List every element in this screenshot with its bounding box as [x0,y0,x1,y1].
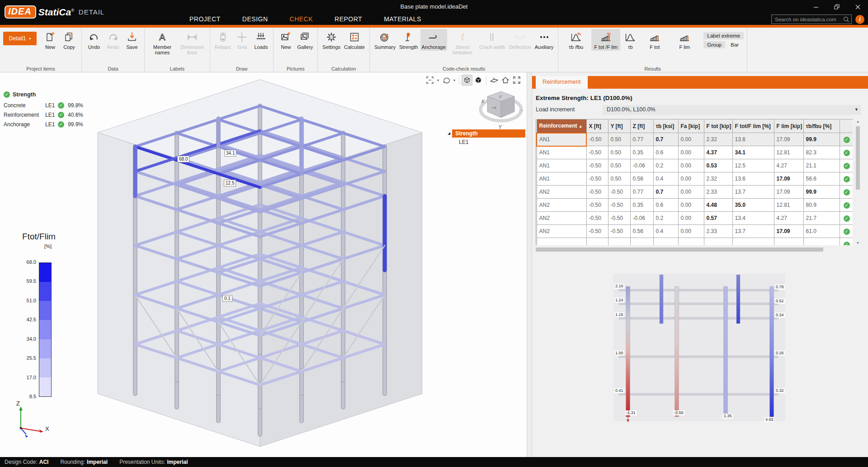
table-cell: AN1 [537,133,586,146]
tab-reinforcement[interactable]: Reinforcement [536,76,588,89]
ribbon-button-settings[interactable]: </>Settings [321,29,342,51]
table-row[interactable]: AN2-0.50-0.50-0.060.20.000.5713.44.2721.… [537,212,853,225]
module-name: DETAIL [79,8,104,16]
tree-item-le1[interactable]: LE1 [456,138,525,147]
minimize-button[interactable] [806,0,826,14]
table-row[interactable]: AN2-0.50-0.500.770.70.002.3313.717.0999.… [537,186,853,199]
calculate-icon [349,30,360,44]
ribbon-button-strength[interactable]: Strength [398,29,420,51]
panel-splitter[interactable] [527,72,532,457]
tree-expander-icon[interactable]: ◢ [448,131,450,135]
ribbon-button-b[interactable]: τb [621,29,639,51]
column-header-reinforcement[interactable]: Reinforcement ▲ [537,119,586,133]
ribbon-button-anchorage[interactable]: Anchorage [420,29,447,51]
load-increment-dropdown[interactable]: D100.0%, L100.0% ▼ [603,105,861,115]
ribbon-button-f-lim[interactable]: F lim [670,29,699,51]
legend-tick-label: 25.5 [19,355,36,361]
column-header-b-fbu[interactable]: τb/fbu [%] [803,119,840,133]
column-header-x-ft[interactable]: X [ft] [586,119,608,133]
column-header-f-tot-f-lim[interactable]: F tot/F lim [%] [732,119,774,133]
ribbon-button-undo[interactable]: Undo [85,29,103,51]
ribbon-group-code-check-results: SummaryStrengthAnchorageStress limitatio… [370,28,558,72]
chevron-down-icon[interactable]: ▾ [436,78,440,82]
table-row[interactable]: AN1-0.500.500.770.70.002.3213.617.0999.9… [537,133,853,146]
legend-tick-label: 34.0 [19,336,36,342]
ribbon-button-save[interactable]: Save [123,29,141,51]
summary-row-reinforcement: ReinforcementLE1✓40.6% [4,110,83,119]
table-cell: 2.33 [704,186,732,199]
table-cell: 12.5 [732,159,774,172]
wireframe-view-icon[interactable] [462,75,472,86]
menu-tab-design[interactable]: DESIGN [235,14,276,25]
status-presentation-units: Presentation Units:Imperial [119,459,188,465]
svg-text:X: X [481,99,485,104]
dimension-lines-icon [186,30,198,44]
ribbon-button-new[interactable]: New [41,29,59,51]
figure-value-label: 0.78 [775,285,785,290]
column-header-fa-kip[interactable]: Fa [kip] [678,119,704,133]
table-horizontal-scrollbar[interactable] [536,247,855,252]
column-header-y-ft[interactable]: Y [ft] [608,119,630,133]
viewport-3d[interactable]: ✓StrengthConcreteLE1✓99.8%ReinforcementL… [0,72,527,457]
ribbon-button-f-tot-f-lim[interactable]: %F tot /F lim [591,29,620,51]
table-row[interactable]: ✓ [537,238,853,246]
table-vertical-scrollbar[interactable]: ▲▼ [855,119,860,245]
project-item-selector[interactable]: Detail1▾ [3,32,37,45]
info-icon[interactable]: i [855,15,864,24]
table-cell: 56.6 [803,172,840,186]
table-row[interactable]: AN1-0.500.50-0.060.20.000.5312.54.2721.1… [537,159,853,172]
column-header-status[interactable] [840,119,853,133]
column-header-f-tot-kip[interactable]: F tot [kip] [704,119,732,133]
menu-tab-report[interactable]: REPORT [327,14,370,25]
section-tool-icon[interactable] [425,75,435,86]
ribbon-button-f-tot[interactable]: F tot [640,29,669,51]
rotate-tool-icon[interactable] [441,75,452,86]
table-cell [803,238,840,246]
menu-tab-project[interactable]: PROJECT [182,14,228,25]
column-header-b-ksi[interactable]: τb [ksi] [653,119,678,133]
search-input[interactable] [771,14,852,24]
menu-tab-materials[interactable]: MATERIALS [376,14,429,25]
row-status-ok-icon: ✓ [840,212,853,225]
table-row[interactable]: AN2-0.50-0.500.560.40.002.3313.717.0961.… [537,225,853,238]
ribbon-button-label: Gallery [297,44,313,50]
tree-item-strength[interactable]: Strength [452,129,525,138]
navigation-cube[interactable]: -Z+YXY [477,84,525,132]
ribbon-button-label: F lim [679,44,690,50]
results-table-container: Reinforcement ▲X [ft]Y [ft]Z [ft]τb [ksi… [536,119,853,245]
ribbon-button-loads[interactable]: Loads [252,29,270,51]
menu-tab-check[interactable]: CHECK [282,14,321,25]
table-cell: 0.50 [608,146,630,159]
ribbon-button-b-fbu[interactable]: %τb /fbu [561,29,590,51]
row-status-ok-icon: ✓ [840,159,853,172]
ribbon-button-copy[interactable]: Copy [60,29,78,51]
table-row[interactable]: AN1-0.500.500.560.40.002.3213.617.0956.6… [537,172,853,186]
summary-row-concrete: ConcreteLE1✓99.8% [4,100,83,110]
figure-value-label: 1.35 [723,414,733,419]
elevation-figure-graphic [612,273,786,424]
toggle-group[interactable]: Group [703,41,725,48]
ribbon-button-member-names[interactable]: AMember names [148,29,177,57]
ribbon-button-auxiliary[interactable]: Auxiliary [533,29,555,51]
table-row[interactable]: AN1-0.500.500.350.60.004.3734.112.8182.3… [537,146,853,159]
load-increment-label: Load increment [536,106,575,113]
column-header-z-ft[interactable]: Z [ft] [630,119,653,133]
save-icon [126,30,138,44]
close-button[interactable] [847,0,868,14]
table-cell: 0.00 [678,212,704,225]
ribbon-button-calculate[interactable]: Calculate [343,29,366,51]
table-cell: 4.37 [704,146,732,159]
table-cell: -0.50 [608,225,630,238]
ribbon-button-stress-limitation: Stress limitation [448,29,477,57]
ribbon-button-new[interactable]: New [277,29,295,51]
ribbon-button-gallery[interactable]: Gallery [296,29,314,51]
toggle-bar[interactable]: Bar [727,41,742,48]
table-cell: 0.7 [653,186,678,199]
restore-button[interactable] [826,0,847,14]
table-row[interactable]: AN2-0.50-0.500.350.60.004.4835.012.8180.… [537,199,853,212]
ribbon-button-summary[interactable]: Summary [373,29,397,51]
column-header-f-lim-kip[interactable]: F lim [kip] [774,119,803,133]
toggle-label-extreme[interactable]: Label extreme [703,32,744,39]
chevron-down-icon[interactable]: ▾ [452,78,457,82]
table-cell: 0.53 [704,159,732,172]
